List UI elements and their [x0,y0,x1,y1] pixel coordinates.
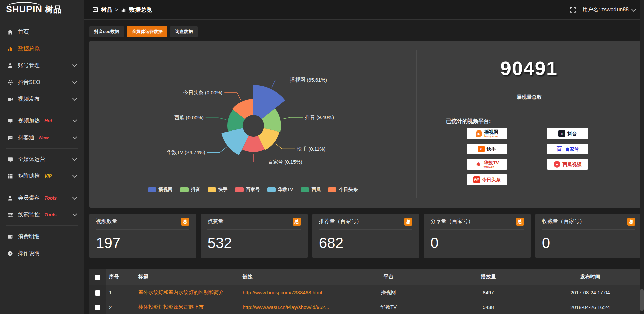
pie-label: 华数TV (24.74%) [166,149,205,155]
legend-item-4[interactable]: 华数TV [267,187,293,193]
chevron-down-icon [631,7,636,12]
cell-time: 2018-04-26 16:24 [538,300,642,314]
sidebar-item-clue-monitor[interactable]: 线索监控Tools [0,206,84,223]
video-url-link[interactable]: http://www.wasu.cn/Play/show/id/952... [243,304,335,310]
table-row: 2楼体投影灯投影效果震撼上市http://www.wasu.cn/Play/sh… [89,300,642,314]
legend-item-0[interactable]: 播视网 [148,187,173,193]
sidebar-item-video-publish[interactable]: 视频发布 [0,91,84,107]
chevron-down-icon [72,79,77,84]
sidebar-item-label: 首页 [18,29,29,36]
video-title-link[interactable]: 室外水纹灯和室内水纹灯的区别和简介 [138,289,236,296]
stat-card-2: 推荐量（百家号）总682 [312,214,419,258]
main-content: 抖音seo数据全媒体运营数据询盘数据 播视网 (65.61%)抖音 (9.40%… [84,0,644,314]
pie-sector-4[interactable] [221,128,249,155]
legend-swatch [328,187,336,192]
chevron-down-icon [72,156,77,161]
legend-swatch [235,187,244,192]
sidebar-item-label: 线索监控 [18,211,40,218]
video-icon [7,96,13,102]
douyin-logo-icon: ♪ [558,130,565,137]
sidebar-divider [6,187,78,187]
sidebar-item-all-media-operation[interactable]: 全媒体运营 [0,151,84,168]
platform-subtext: wasu.cn [484,166,499,168]
cell-platform: 华数TV [339,300,438,314]
legend-item-3[interactable]: 百家号 [235,187,260,193]
legend-swatch [267,187,276,192]
sidebar-item-label: 抖音SEO [18,79,40,86]
logo-brand-cn-text: 树品 [45,4,62,15]
sidebar-item-label: 矩阵助推 [18,173,40,180]
user-menu[interactable]: 用户名: zswodun88 [582,6,635,13]
sidebar-item-label: 数据总览 [18,45,40,52]
stat-card-value: 0 [542,234,635,251]
overview-panel: 播视网 (65.61%)抖音 (9.40%)快手 (0.11%)百家号 (0.1… [89,41,642,208]
summary-horizontal-divider [443,107,630,107]
stat-card-0: 视频数量总197 [89,214,196,258]
cell-views: 8497 [438,285,538,300]
sidebar-item-home[interactable]: 首页 [0,23,84,40]
cell-views: 5438 [438,300,538,314]
person-icon [7,195,13,201]
stat-card-value: 532 [207,234,301,251]
legend-label: 抖音 [191,187,200,193]
row-checkbox[interactable] [95,290,100,296]
tab-all-media-data[interactable]: 全媒体运营数据 [127,26,167,37]
sidebar-item-label: 视频发布 [18,96,40,103]
stat-card-value: 0 [430,234,524,251]
scrollbar-thumb[interactable] [640,289,644,311]
legend-item-5[interactable]: 西瓜 [301,187,321,193]
column-header: 标题 [135,269,239,285]
total-badge: 总 [181,218,189,226]
video-url-link[interactable]: http://www.boosj.com/7338468.html [243,290,335,295]
breadcrumb-root[interactable]: 树品 [101,6,112,14]
sidebar-item-account-management[interactable]: 账号管理 [0,57,84,74]
wallet-icon [7,234,13,240]
sidebar-divider [6,148,78,149]
table-header-row: 序号标题链接平台播放量发布时间 [89,269,642,285]
sidebar-item-label: 消费明细 [18,233,40,240]
sidebar-item-data-overview[interactable]: 数据总览 [0,40,84,57]
sidebar-item-consumption-detail[interactable]: 消费明细 [0,228,84,245]
total-badge: 总 [627,218,635,226]
video-title-link[interactable]: 楼体投影灯投影效果震撼上市 [138,304,236,310]
pie-label: 今日头条 (0.00%) [183,90,223,95]
sidebar-item-operation-guide[interactable]: ?操作说明 [0,245,84,262]
data-tabs: 抖音seo数据全媒体运营数据询盘数据 [89,26,642,37]
topbar: 树品 > 数据总览 用户名: zswodun88 [84,0,644,20]
select-all-checkbox[interactable] [95,275,100,280]
tab-inquiry-data[interactable]: 询盘数据 [170,26,198,37]
platforms-counted-label: 已统计的视频平台: [446,118,491,125]
sidebar-item-video-heat[interactable]: 视频加热Hot [0,112,84,129]
fullscreen-icon[interactable] [570,7,576,13]
sidebar-item-matrix-boost[interactable]: 矩阵助推VIP [0,168,84,185]
stat-card-1: 点赞量总532 [201,214,307,258]
column-header: 平台 [339,269,438,285]
cell-time: 2017-08-24 17:04 [538,285,642,300]
legend-label: 今日头条 [339,187,358,193]
legend-label: 播视网 [159,187,173,193]
tab-douyin-seo-data[interactable]: 抖音seo数据 [89,26,124,37]
sidebar-item-douketong[interactable]: 抖客通New [0,129,84,146]
pie-label: 抖音 (9.40%) [305,114,334,120]
platform-name: 快手 [487,147,496,151]
breadcrumb-current[interactable]: 数据总览 [129,6,152,14]
legend-swatch [180,187,189,192]
pie-label: 百家号 (0.15%) [268,159,302,165]
row-checkbox[interactable] [95,305,100,310]
xigua-logo-icon: ▶ [554,161,560,168]
legend-item-1[interactable]: 抖音 [180,187,200,193]
legend-item-6[interactable]: 今日头条 [328,187,358,193]
boosj-logo-icon: ▶ [476,130,482,137]
column-header: 链接 [239,269,339,285]
impressions-total-value: 90491 [416,57,642,80]
sidebar-item-tag: Hot [44,118,52,123]
topbar-right: 用户名: zswodun88 [570,6,644,13]
app-logo[interactable]: SHUPIN 树品 [0,0,84,19]
platform-badges-column-1: ▶播视网boosj.com8快手✸华数TVwasu.cn头条今日头条 [467,128,507,185]
breadcrumb-site-icon [93,7,98,12]
stat-card-value: 197 [96,234,189,251]
sidebar-item-member-leads[interactable]: 会员爆客Tools [0,190,84,206]
baijiahao-logo-icon: 百 [556,146,563,152]
sidebar-item-douyin-seo[interactable]: 抖音SEO [0,74,84,91]
legend-item-2[interactable]: 快手 [208,187,228,193]
